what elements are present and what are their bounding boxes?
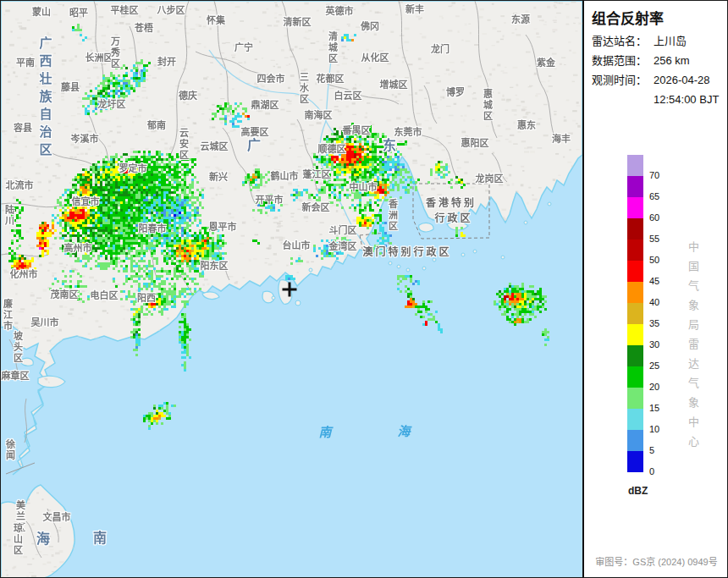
map-label: 怀集 (207, 16, 225, 25)
map-label: 海丰 (552, 135, 571, 144)
legend-swatch (627, 155, 643, 176)
map-label: 开平市 (256, 195, 284, 205)
map-label: 澳门特别行政区 (362, 247, 451, 257)
legend-tick-label: 45 (649, 276, 659, 286)
map-label: 龙圩区 (98, 100, 126, 109)
legend-tick-label: 35 (649, 318, 659, 328)
legend-swatch (627, 303, 643, 324)
map-label: 龙岗区 (476, 174, 504, 184)
map-label: 岑溪市 (71, 135, 99, 144)
map-label: 顺德区 (318, 145, 346, 154)
map-label: 云安区 (179, 128, 188, 161)
legend-tick-label: 40 (649, 297, 659, 307)
map-label: 阳春市 (139, 224, 167, 234)
map-label: 郁南 (147, 121, 166, 130)
legend-swatch (627, 282, 643, 303)
map-label: 番禺区 (343, 126, 371, 135)
map-label: 德庆 (179, 91, 197, 101)
legend-tick-label: 5 (649, 445, 654, 455)
legend-swatch (627, 239, 643, 261)
legend-swatch (627, 345, 643, 366)
radar-station-marker (283, 283, 297, 297)
obstime-clock: 12:54:00 BJT (654, 93, 719, 106)
map-label: 万秀区 (110, 36, 119, 69)
map-approval-number: 审图号：GS京 (2024) 0949号 (584, 554, 728, 568)
map-label: 北流市 (6, 181, 34, 190)
map-label: 吴川市 (31, 318, 59, 328)
map-label: 清新区 (284, 18, 312, 27)
legend-tick-label: 20 (649, 382, 659, 392)
map-label: 昭平 (69, 8, 88, 18)
map-label: 惠城区 (483, 89, 492, 122)
legend-swatch (627, 451, 643, 472)
map-label: 高州市 (64, 244, 92, 253)
range-value: 256 km (654, 51, 719, 70)
map-label: 鼎湖区 (251, 101, 279, 110)
product-title: 组合反射率 (592, 7, 664, 28)
metadata-rows: 雷达站名： 上川岛 数据范围： 256 km 观测时间： 2026-04-28 … (592, 31, 719, 109)
map-label: 罗定市 (119, 164, 147, 173)
map-label: 香洲区 (388, 199, 397, 232)
legend-tick-label: 55 (649, 234, 659, 244)
map-label: 增城区 (380, 80, 408, 90)
map-label: 三水区 (299, 72, 308, 105)
map-label: 廉江市 (3, 299, 12, 332)
map-label: 电白区 (91, 291, 119, 300)
map-label: 四会市 (257, 74, 285, 84)
map-label: 行政区 (434, 213, 472, 223)
map-label: 金湾区 (329, 242, 357, 251)
map-label: 南 (318, 426, 331, 438)
legend-tick-label: 0 (649, 466, 654, 476)
legend-tick-label: 15 (649, 403, 659, 413)
obstime-date: 2026-04-28 (654, 74, 710, 86)
map-label: 中山市 (350, 183, 378, 192)
radar-display-window: 广西壮族自治区广东海南南海香港特别行政区澳门特别行政区蒙山昭平平桂区八步区苍梧长… (0, 0, 728, 578)
map-label: 藤县 (61, 83, 80, 92)
legend-unit: dBZ (628, 485, 648, 497)
station-row: 雷达站名： 上川岛 (592, 31, 719, 51)
legend-swatch (627, 409, 643, 430)
obstime-value: 2026-04-28 12:54:00 BJT (654, 70, 719, 109)
map-label: 八步区 (157, 6, 185, 15)
map-label: 陆川 (4, 205, 14, 227)
map-label: 惠东 (517, 121, 536, 130)
legend-swatch (627, 176, 643, 197)
legend-tick-label: 10 (649, 424, 659, 434)
map-label: 阳东区 (201, 261, 229, 271)
map-label: 文昌市 (43, 513, 71, 522)
map-label: 台山市 (283, 241, 311, 250)
map-label: 白云区 (334, 91, 362, 101)
radar-map: 广西壮族自治区广东海南南海香港特别行政区澳门特别行政区蒙山昭平平桂区八步区苍梧长… (1, 1, 582, 577)
map-label: 广西壮族自治区 (39, 36, 52, 161)
legend-tick-label: 30 (649, 339, 659, 350)
legend-swatch (627, 430, 643, 451)
map-label: 坡头区 (13, 331, 22, 364)
map-label: 从化区 (361, 53, 389, 63)
legend-tick-label: 50 (649, 255, 659, 265)
map-label: 东 (383, 139, 396, 152)
map-label: 龙门 (431, 45, 449, 54)
map-label: 英德市 (326, 7, 354, 16)
legend-tick-label: 60 (649, 212, 659, 223)
map-label: 惠阳区 (461, 139, 489, 148)
map-label: 花都区 (317, 74, 345, 84)
map-label: 海 (397, 425, 410, 438)
map-label: 平桂区 (111, 6, 139, 15)
map-label: 苍梧 (135, 24, 153, 33)
station-label: 雷达站名： (592, 31, 654, 51)
map-label: 蓬江区 (303, 170, 331, 179)
map-label: 清城区 (328, 31, 337, 64)
map-label: 容县 (14, 124, 32, 133)
legend-swatch (627, 261, 643, 282)
map-label: 南 (93, 531, 107, 545)
legend-tick-label: 65 (649, 191, 659, 201)
map-label: 鹤山市 (271, 172, 299, 181)
map-label: 博罗 (446, 88, 465, 97)
map-label: 蒙山 (32, 8, 51, 17)
map-label: 徐闻 (5, 439, 14, 461)
map-label: 广宁 (234, 43, 253, 52)
map-label: 南海区 (305, 111, 333, 120)
map-label: 麻章区 (2, 372, 30, 381)
map-label: 新丰 (405, 5, 424, 14)
map-label: 东莞市 (394, 128, 422, 137)
